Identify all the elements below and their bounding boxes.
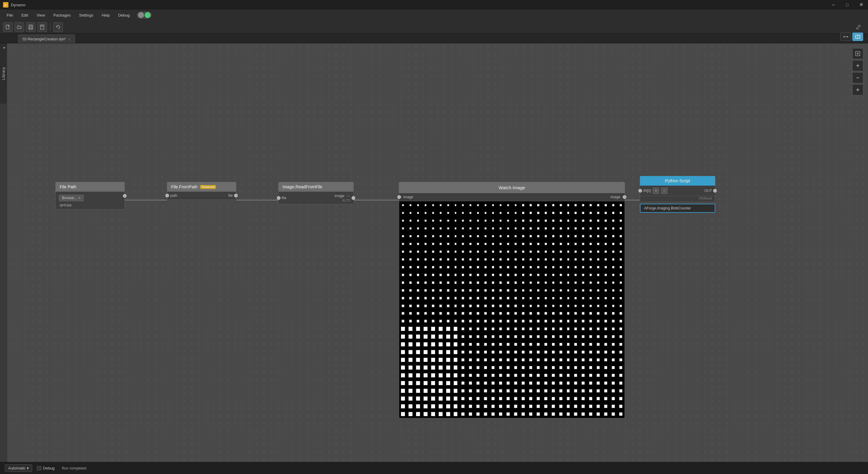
menu-help[interactable]: Help <box>98 12 113 19</box>
watchimage-in-port[interactable] <box>397 195 401 199</box>
save-button[interactable] <box>26 22 36 32</box>
readfile-header: Image.ReadFromFile <box>278 182 354 191</box>
file-path-display: .\grid.jpg <box>59 203 121 207</box>
readfile-body: file image → AUTO <box>278 191 354 204</box>
app-icon: D <box>3 2 8 7</box>
svg-rect-9 <box>858 25 860 27</box>
status-bar: Automatic ▾ Debug Run completed. <box>0 462 868 474</box>
app-title: Dynamo <box>11 3 25 7</box>
readfile-arrow: → <box>346 194 350 198</box>
grid-image-canvas <box>399 201 625 418</box>
toggle-left-dot <box>138 12 144 18</box>
python-remove-port-button[interactable]: − <box>661 187 668 194</box>
file-path-node: File Path Browse... > .\grid.jpg <box>56 182 125 209</box>
frompath-out-port[interactable] <box>234 194 238 197</box>
frompath-out-label: file <box>228 194 233 198</box>
svg-rect-6 <box>40 25 44 29</box>
minimize-button[interactable]: ─ <box>827 0 840 10</box>
svg-rect-2 <box>6 25 9 29</box>
preview-view-button[interactable] <box>852 33 863 41</box>
file-path-port-row: Browse... > <box>59 194 121 203</box>
file-path-header: File Path <box>56 182 125 191</box>
svg-point-11 <box>847 36 848 37</box>
readfile-out-label: image <box>334 194 344 198</box>
new-button[interactable] <box>3 22 13 32</box>
menu-bar: File Edit View Packages Settings Help De… <box>0 10 868 21</box>
file-from-path-body: path file <box>167 191 236 200</box>
graph-view-button[interactable] <box>840 33 851 41</box>
watch-image-display <box>399 201 625 418</box>
python-body: IN[0] + − OUT <box>640 186 715 196</box>
toolbar <box>0 21 868 34</box>
svg-text:D: D <box>4 4 7 7</box>
library-label: Library <box>1 67 6 80</box>
renamed-badge: Renamed <box>200 185 216 189</box>
dropdown-arrow: ▾ <box>27 466 29 470</box>
file-from-path-node: File.FromPath Renamed path file <box>167 182 236 200</box>
svg-rect-5 <box>30 27 32 29</box>
frompath-in-label: path <box>170 194 177 198</box>
menu-debug[interactable]: Debug <box>115 12 133 19</box>
tab-bar: 02-RectangleCreation.dyn* × ≡ <box>0 34 868 43</box>
python-add-port-button[interactable]: + <box>653 187 659 194</box>
blob-counter-display: AForge.Imaging.BlobCounter <box>640 204 715 213</box>
frompath-in-port[interactable] <box>165 194 169 197</box>
watchimage-out-port[interactable] <box>623 195 626 199</box>
run-toggle[interactable] <box>137 11 152 19</box>
svg-rect-8 <box>857 28 858 29</box>
library-sidebar[interactable]: ▶ Library <box>0 43 7 103</box>
run-mode-label: Automatic <box>8 466 26 470</box>
debug-toggle[interactable]: Debug <box>37 466 55 470</box>
tab-menu-icon[interactable]: ≡ <box>860 1 863 7</box>
readfile-out-port[interactable] <box>351 196 355 200</box>
watchimage-in-label: image <box>403 195 413 199</box>
fullscreen-button[interactable] <box>854 22 863 32</box>
zoom-controls: + − <box>852 48 863 95</box>
python-header: Python Script <box>640 176 715 186</box>
menu-packages[interactable]: Packages <box>50 12 74 19</box>
zoom-out-button[interactable]: − <box>852 72 863 83</box>
menu-file[interactable]: File <box>3 12 17 19</box>
menu-settings[interactable]: Settings <box>75 12 97 19</box>
cpython-label: CPython3 <box>640 196 715 201</box>
python-out-port[interactable] <box>713 189 717 192</box>
close-tab-button[interactable]: × <box>68 37 70 41</box>
open-button[interactable] <box>14 22 24 32</box>
title-bar: D Dynamo ─ □ ✕ <box>0 0 868 10</box>
auto-label: AUTO <box>342 199 350 202</box>
menu-view[interactable]: View <box>33 12 49 19</box>
active-tab[interactable]: 02-RectangleCreation.dyn* × <box>18 35 75 43</box>
readfile-in-label: file <box>282 196 286 200</box>
debug-checkbox <box>37 466 41 470</box>
toolbar-separator <box>50 24 50 31</box>
menu-edit[interactable]: Edit <box>18 12 32 19</box>
browse-button[interactable]: Browse... > <box>59 195 84 201</box>
zoom-fit-button[interactable] <box>852 48 863 59</box>
run-mode-dropdown[interactable]: Automatic ▾ <box>5 464 32 472</box>
filepath-out-port[interactable] <box>123 194 127 198</box>
file-path-body: Browse... > .\grid.jpg <box>56 191 125 209</box>
zoom-in-button[interactable]: + <box>852 60 863 71</box>
python-out-label: OUT <box>704 189 712 193</box>
toggle-right-dot <box>145 12 151 18</box>
watchimage-out-label: image <box>611 195 620 199</box>
save-as-button[interactable] <box>37 22 47 32</box>
run-status: Run completed. <box>62 466 87 470</box>
python-in-label: IN[0] <box>643 189 651 193</box>
file-from-path-header: File.FromPath Renamed <box>167 182 236 191</box>
watch-image-node: Watch Image image image <box>399 182 625 418</box>
readfile-in-port[interactable] <box>277 196 280 200</box>
tab-label: 02-RectangleCreation.dyn* <box>23 37 66 41</box>
watch-image-ports: image image <box>399 193 625 201</box>
undo-button[interactable] <box>53 22 63 32</box>
view-toggle-group <box>840 33 863 41</box>
svg-point-10 <box>843 36 844 37</box>
python-script-node: Python Script IN[0] + − OUT CPython3 AFo… <box>640 176 715 213</box>
python-in-port[interactable] <box>639 189 642 192</box>
library-arrow: ▶ <box>3 46 6 49</box>
debug-label: Debug <box>43 466 55 470</box>
zoom-reset-button[interactable] <box>852 84 863 95</box>
maximize-button[interactable]: □ <box>840 0 854 10</box>
python-controls: IN[0] + − <box>643 187 668 194</box>
canvas-area[interactable]: File Path Browse... > .\grid.jpg File.Fr… <box>7 43 868 462</box>
